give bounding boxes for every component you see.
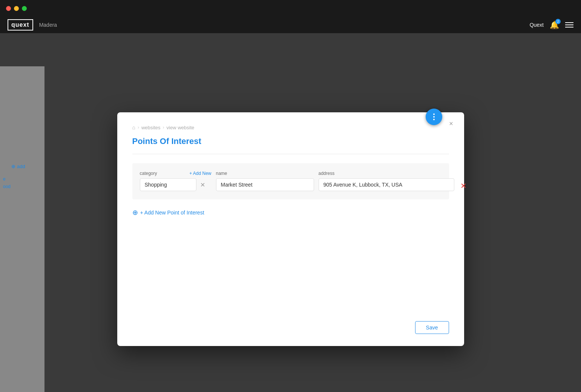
category-label: category — [140, 171, 157, 176]
category-group: category + Add New ✕ — [140, 171, 212, 191]
name-input[interactable] — [216, 178, 314, 191]
site-name: Madera — [39, 22, 57, 28]
breadcrumb-websites[interactable]: websites — [141, 125, 161, 130]
breadcrumb-separator-1: › — [138, 125, 139, 130]
save-button[interactable]: Save — [415, 321, 449, 334]
breadcrumb-separator-2: › — [163, 125, 164, 130]
name-label: name — [216, 171, 314, 176]
home-icon[interactable]: ⌂ — [132, 124, 135, 130]
add-poi-label: + Add New Point of Interest — [140, 210, 204, 216]
notifications-icon[interactable]: 🔔 2 — [550, 20, 559, 29]
title-divider — [132, 154, 449, 154]
add-new-category-button[interactable]: + Add New — [189, 171, 211, 176]
menu-button[interactable] — [565, 22, 573, 28]
page-title: Points Of Interest — [132, 136, 449, 146]
name-group: name — [216, 171, 314, 191]
background-area: ⊕ add e ood × ⌂ › websites › view websit… — [0, 33, 581, 392]
close-button[interactable] — [6, 6, 11, 11]
notification-badge: 2 — [555, 19, 561, 24]
category-header: category + Add New — [140, 171, 212, 176]
modal-footer: Save — [132, 312, 449, 334]
add-poi-icon: ⊕ — [132, 208, 138, 217]
address-label: address — [319, 171, 454, 176]
fab-button[interactable] — [426, 109, 442, 125]
add-poi-button[interactable]: ⊕ + Add New Point of Interest — [132, 208, 449, 217]
navbar: quext Madera Quext 🔔 2 — [0, 17, 581, 33]
category-input[interactable] — [140, 178, 196, 191]
navbar-right: Quext 🔔 2 — [530, 20, 573, 29]
delete-row-button[interactable]: ✕ — [459, 180, 468, 192]
category-input-wrap: ✕ — [140, 178, 212, 191]
breadcrumb-view-website: view website — [167, 125, 195, 130]
points-of-interest-modal: × ⌂ › websites › view website Points Of … — [117, 112, 464, 346]
poi-row: category + Add New ✕ name — [140, 171, 441, 192]
modal-close-button[interactable]: × — [446, 118, 457, 129]
modal-overlay: × ⌂ › websites › view website Points Of … — [0, 66, 581, 392]
maximize-button[interactable] — [22, 6, 27, 11]
window-chrome — [0, 0, 581, 17]
category-clear-button[interactable]: ✕ — [198, 181, 207, 189]
traffic-lights — [6, 6, 27, 11]
minimize-button[interactable] — [14, 6, 19, 11]
address-input[interactable] — [319, 178, 454, 191]
address-group: address — [319, 171, 454, 191]
logo: quext — [8, 19, 33, 31]
poi-table: category + Add New ✕ name — [132, 163, 449, 199]
navbar-username: Quext — [530, 22, 544, 28]
breadcrumb: ⌂ › websites › view website — [132, 124, 449, 130]
more-options-icon — [433, 113, 435, 120]
